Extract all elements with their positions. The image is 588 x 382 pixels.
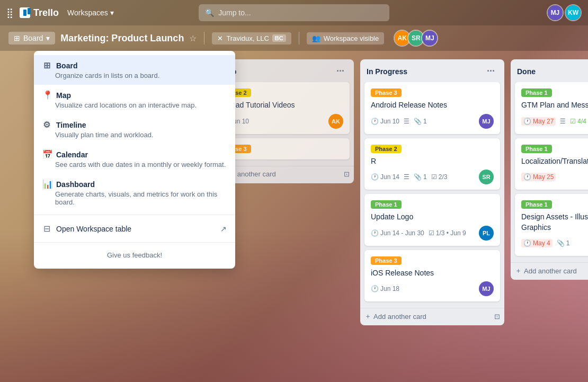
card-label-phase2: Phase 2 [371,145,402,153]
board-icon: ⊞ [14,34,20,42]
card-design-assets[interactable]: Phase 1 Design Assets - Illustrations an… [515,194,588,256]
plus-icon: ＋ [515,266,522,276]
open-workspace-table-link[interactable]: ⊟ Open Workspace table ↗ [34,218,235,239]
card-meta: 🕐 May 25 KW [521,170,588,184]
dashboard-menu-icon: 📊 [42,179,51,189]
card-avatar: AK [328,114,343,129]
search-icon: 🔍 [205,8,214,17]
visibility-icon: 👥 [312,34,320,42]
card-meta: 🕐 Jun 10 ☰ 📎 1 MJ [371,114,494,129]
trello-wordmark: Trello [33,7,59,19]
card-date: 🕐 Jun 14 [371,173,399,181]
checklist-icon: ☑ [429,229,434,237]
card-attachments: 📎 1 [414,118,427,125]
card-update-logo[interactable]: Phase 1 Update Logo 🕐 Jun 14 - Jun 30 ☑ … [364,194,500,246]
clock-icon: 🕐 [523,173,531,181]
add-card-footer-in-progress[interactable]: ＋ Add another card ⊡ [360,308,504,325]
board-view-button[interactable]: ⊞ Board ▾ [8,32,55,45]
card-label-phase1: Phase 1 [521,200,552,209]
avatar-2[interactable]: KW [565,4,582,21]
card-gtm-plan[interactable]: Phase 1 GTM Plan and Messaging 🕐 May 27 … [515,82,588,134]
workspace-icon: ✕ [217,34,223,42]
column-title-in-progress: In Progress [367,67,407,76]
avatar-1[interactable]: MJ [547,4,564,21]
column-menu-todo[interactable]: ··· [333,65,348,78]
card-avatar: PL [479,226,494,241]
card-meta: 🕐 Jun 10 AK [220,114,343,129]
dropdown-item-map[interactable]: 📍 Map Visualize card locations on an int… [34,85,235,114]
feedback-link[interactable]: Give us feedback! [34,246,235,264]
trello-logo[interactable]: Trello [20,7,59,19]
board-title: Marketing: Product Launch [60,33,184,44]
card-date-overdue: 🕐 May 4 [521,239,553,247]
column-title-done: Done [517,67,536,76]
board-menu-icon: ⊞ [42,60,51,70]
checklist-icon: ☑ [431,173,437,181]
card-date-overdue: 🕐 May 25 [521,173,556,181]
card-label-phase3: Phase 3 [371,88,402,97]
divider [204,32,204,45]
column-menu-in-progress[interactable]: ··· [484,65,498,78]
dropdown-item-board[interactable]: ⊞ Board Organize cards in lists on a boa… [34,55,235,85]
card-title: Upload Tutorial Videos [220,100,343,111]
plus-icon: ＋ [364,312,371,321]
card-android-release[interactable]: Phase 3 Android Release Notes 🕐 Jun 10 ☰… [364,82,500,134]
card-template-icon: ⊡ [344,170,350,178]
trello-logo-mark [20,7,30,18]
workspace-badge[interactable]: ✕ Travidux, LLC BC [212,32,291,45]
card-date-range: 🕐 Jun 14 - Jun 30 [371,229,424,237]
card-meta: 🕐 Jun 14 - Jun 30 ☑ 1/3 • Jun 9 PL [371,226,494,241]
column-header-in-progress: In Progress ··· [360,59,504,82]
dropdown-divider-2 [34,242,235,243]
card-title: Android Release Notes [371,100,494,111]
card-ios-release[interactable]: Phase 3 iOS Release Notes 🕐 Jun 18 MJ [364,250,500,302]
card-r[interactable]: Phase 2 R 🕐 Jun 14 ☰ 📎 1 ☑ 2/3 [364,138,500,190]
card-checklist-done: ☑ 4/4 [570,118,586,125]
map-menu-icon: 📍 [42,90,51,100]
card-title: iOS Release Notes [371,268,494,279]
card-avatar: SR [479,170,494,184]
paperclip-icon: 📎 [414,173,422,181]
star-icon[interactable]: ☆ [189,33,197,43]
member-avatar-3[interactable]: MJ [421,30,438,47]
clock-icon: 🕐 [371,173,379,181]
workspace-code: BC [272,34,286,42]
card-checklist: ☑ 1/3 • Jun 9 [429,229,466,237]
card-title: GTM Plan and Messaging [521,100,588,111]
clock-icon: 🕐 [371,285,379,292]
external-link-icon: ↗ [220,225,227,233]
workspaces-menu[interactable]: Workspaces ▾ [63,6,118,19]
card-title: Localization/Translations [521,156,588,167]
add-card-footer-done[interactable]: ＋ Add another card ⊡ [511,262,588,280]
card-localization[interactable]: Phase 1 Localization/Translations 🕐 May … [515,138,588,190]
chevron-down-icon: ▾ [46,34,50,42]
grid-icon[interactable]: ⣿ [6,7,13,19]
calendar-menu-icon: 📅 [42,149,51,159]
card-attachments: 📎 1 [557,239,570,247]
paperclip-icon: 📎 [414,118,422,125]
dropdown-item-calendar[interactable]: 📅 Calendar See cards with due dates in a… [34,144,235,174]
visibility-button[interactable]: 👥 Workspace visible [307,32,385,45]
card-label-phase1: Phase 1 [371,200,402,209]
card-label-phase3: Phase 3 [371,256,402,265]
column-header-done: Done ··· [511,59,588,82]
checklist-icon: ☑ [570,118,576,125]
card-title: Update Logo [371,212,494,223]
dropdown-item-dashboard[interactable]: 📊 Dashboard Generate charts, visuals, an… [34,174,235,211]
member-avatars: AK SR MJ [394,30,438,47]
dropdown-item-timeline[interactable]: ⚙ Timeline Visually plan time and worklo… [34,114,235,144]
clock-icon: 🕐 [523,239,531,247]
card-avatar: MJ [479,114,494,129]
column-in-progress: In Progress ··· Phase 3 Android Release … [360,59,504,325]
card-label-phase1: Phase 1 [521,88,552,97]
card-avatar: MJ [479,281,494,296]
paperclip-icon: 📎 [557,239,565,247]
table-menu-icon: ⊟ [42,224,51,234]
clock-icon: 🕐 [371,229,379,237]
search-bar[interactable]: 🔍 Jump to... [199,4,389,21]
divider [299,32,299,45]
card-meta: 🕐 May 4 📎 1 JB [521,236,588,251]
column-cards-in-progress: Phase 3 Android Release Notes 🕐 Jun 10 ☰… [360,82,504,306]
clock-icon: 🕐 [523,118,531,125]
card-date: 🕐 Jun 18 [371,285,399,292]
